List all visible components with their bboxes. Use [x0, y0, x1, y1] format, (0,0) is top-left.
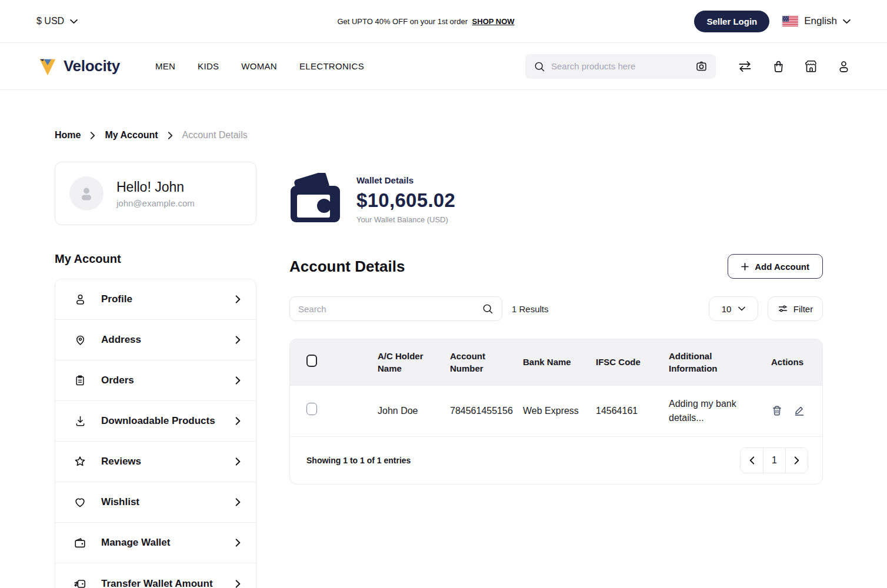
search-icon	[533, 61, 545, 72]
sidebar-item-downloadable-products[interactable]: Downloadable Products	[55, 401, 256, 442]
table-row: John Doe 784561455156 Web Express 145641…	[290, 385, 822, 436]
account-menu: Profile Address Orders	[55, 279, 256, 588]
header-search	[525, 54, 716, 79]
sidebar-item-address[interactable]: Address	[55, 320, 256, 360]
chevron-right-icon	[235, 376, 241, 385]
nav-item-kids[interactable]: KIDS	[198, 61, 219, 71]
filter-button[interactable]: Filter	[768, 296, 823, 321]
chevron-down-icon	[843, 19, 851, 24]
chevron-right-icon	[235, 457, 241, 466]
pagination-next-button[interactable]	[785, 448, 808, 473]
topbar-right: Seller Login	[692, 11, 851, 32]
chevron-right-icon	[235, 295, 241, 303]
sidebar-section-title: My Account	[55, 252, 256, 266]
star-icon	[73, 455, 87, 468]
user-card: Hello! John john@example.com	[55, 162, 256, 225]
breadcrumb-current: Account Details	[182, 130, 248, 141]
chevron-down-icon	[70, 19, 78, 24]
sidebar-item-profile[interactable]: Profile	[55, 279, 256, 320]
nav-item-electronics[interactable]: ELECTRONICS	[299, 61, 364, 71]
language-selector[interactable]: English	[782, 15, 851, 27]
sidebar-item-reviews[interactable]: Reviews	[55, 442, 256, 482]
table-controls: 1 Results 10 Filter	[289, 296, 823, 321]
page-size-dropdown[interactable]: 10	[709, 296, 758, 321]
sidebar-item-label: Wishlist	[101, 496, 139, 508]
currency-label: $ USD	[36, 16, 64, 26]
header-icons	[737, 59, 851, 74]
brand-logo[interactable]: Velocity	[36, 55, 120, 78]
sidebar-item-orders[interactable]: Orders	[55, 360, 256, 401]
language-label: English	[804, 15, 837, 27]
wallet-title: Wallet Details	[356, 175, 455, 185]
nav-item-men[interactable]: MEN	[155, 61, 175, 71]
wallet-caption: Your Wallet Balance (USD)	[356, 215, 455, 224]
user-icon	[73, 293, 87, 306]
pagination-prev-button[interactable]	[741, 448, 763, 473]
transfer-icon	[73, 577, 87, 588]
column-header: IFSC Code	[596, 339, 669, 385]
sidebar-item-wishlist[interactable]: Wishlist	[55, 482, 256, 523]
nav-item-woman[interactable]: WOMAN	[241, 61, 277, 71]
header-search-input[interactable]	[551, 61, 689, 71]
table-search	[289, 296, 502, 321]
column-header: Additional Information	[669, 339, 771, 385]
promo-text: Get UPTO 40% OFF on your 1st order	[337, 17, 468, 26]
results-count: 1 Results	[512, 304, 549, 314]
chevron-right-icon	[235, 417, 241, 425]
table-footer: Showing 1 to 1 of 1 entries 1	[290, 436, 822, 484]
sidebar-item-label: Reviews	[101, 456, 141, 467]
sidebar-item-label: Downloadable Products	[101, 415, 215, 427]
breadcrumb: Home My Account Account Details	[55, 130, 822, 141]
user-email: john@example.com	[116, 198, 195, 208]
breadcrumb-my-account[interactable]: My Account	[105, 130, 158, 141]
camera-icon	[695, 60, 708, 72]
row-checkbox[interactable]	[306, 403, 317, 415]
add-account-label: Add Account	[755, 262, 809, 272]
select-all-checkbox[interactable]	[306, 355, 317, 367]
chevron-right-icon	[235, 539, 241, 547]
sidebar-item-label: Profile	[101, 293, 132, 305]
orders-icon	[73, 374, 87, 387]
filter-sliders-icon	[778, 303, 788, 314]
currency-selector[interactable]: $ USD	[36, 16, 160, 26]
us-flag-icon	[782, 16, 798, 26]
avatar	[69, 176, 104, 211]
plus-icon	[741, 263, 749, 270]
page-content: Home My Account Account Details Hello! J…	[0, 90, 887, 588]
topbar: $ USD Get UPTO 40% OFF on your 1st order…	[0, 0, 887, 43]
download-icon	[73, 415, 87, 427]
sidebar-item-label: Manage Wallet	[101, 537, 170, 549]
store-icon[interactable]	[804, 59, 818, 74]
promo-banner: Get UPTO 40% OFF on your 1st order SHOP …	[160, 17, 692, 26]
sidebar-item-manage-wallet[interactable]: Manage Wallet	[55, 523, 256, 563]
table-header-row: A/C Holder Name Account Number Bank Name…	[290, 339, 822, 385]
chevron-right-icon	[235, 498, 241, 506]
delete-icon[interactable]	[771, 405, 783, 417]
wallet-summary: Wallet Details $10,605.02 Your Wallet Ba…	[289, 173, 823, 225]
page-size-value: 10	[722, 304, 732, 314]
breadcrumb-home[interactable]: Home	[55, 130, 81, 141]
cell-additional-info: Adding my bank details...	[669, 397, 738, 425]
sidebar-item-label: Transfer Wallet Amount	[101, 578, 213, 588]
seller-login-button[interactable]: Seller Login	[694, 11, 769, 32]
page-title: Account Details	[289, 258, 405, 276]
table-search-input[interactable]	[298, 304, 482, 314]
chevron-right-icon	[90, 132, 95, 139]
search-icon	[482, 303, 493, 315]
column-header: A/C Holder Name	[378, 339, 450, 385]
wallet-icon	[73, 536, 87, 549]
edit-icon[interactable]	[793, 405, 805, 417]
velocity-logo-icon	[36, 55, 59, 78]
add-account-button[interactable]: Add Account	[728, 254, 823, 279]
compare-icon[interactable]	[737, 59, 753, 74]
cell-ifsc-code: 14564161	[596, 385, 669, 436]
cart-bag-icon[interactable]	[772, 59, 785, 74]
wallet-large-icon	[289, 173, 341, 225]
chevron-right-icon	[235, 336, 241, 344]
cell-bank-name: Web Express	[523, 385, 596, 436]
account-icon[interactable]	[837, 59, 851, 74]
sidebar-item-transfer-wallet-amount[interactable]: Transfer Wallet Amount	[55, 563, 256, 588]
shop-now-link[interactable]: SHOP NOW	[472, 17, 515, 26]
account-main: Wallet Details $10,605.02 Your Wallet Ba…	[289, 162, 823, 588]
pagination-current-page[interactable]: 1	[763, 448, 785, 473]
